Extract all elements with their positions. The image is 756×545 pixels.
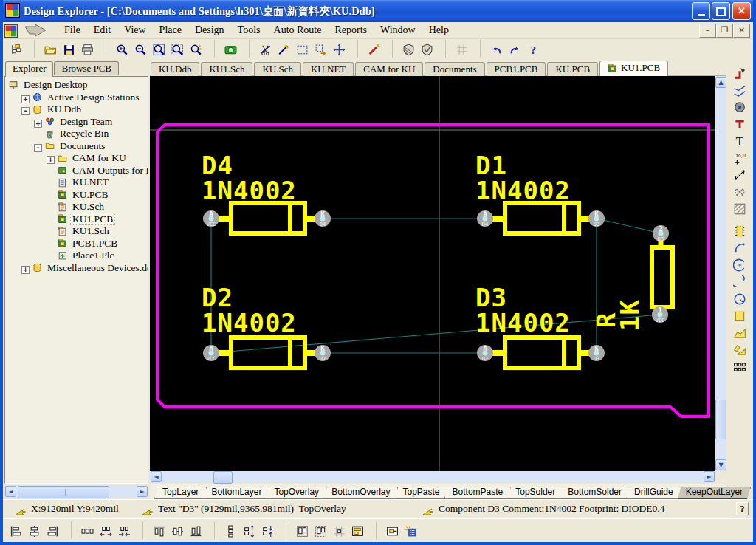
design-manager-arrow-icon[interactable] xyxy=(22,23,55,38)
component-R[interactable]: R1K2D31VCC xyxy=(591,224,673,331)
select-area-button[interactable] xyxy=(293,40,312,58)
comment-label[interactable]: 1K xyxy=(615,299,645,331)
close-button[interactable]: ✕ xyxy=(732,2,751,20)
layer-tab-topsolder[interactable]: TopSolder xyxy=(507,487,563,499)
component-D1[interactable]: D11N4002AD4KD3 xyxy=(475,151,605,233)
child-minimize-button[interactable]: – xyxy=(699,24,716,38)
scrollbar-thumb[interactable] xyxy=(213,471,233,484)
align-right-button[interactable] xyxy=(44,521,62,539)
tab-browse-pcb[interactable]: Browse PCB xyxy=(54,61,119,75)
tree-item[interactable]: KU1.PCB xyxy=(5,213,148,226)
polygon-plane-button[interactable] xyxy=(729,324,750,340)
component-D3[interactable]: D31N4002AD2KD3 xyxy=(475,283,605,368)
tree-item[interactable]: +Design Team xyxy=(5,116,148,128)
tree-item[interactable]: Design Desktop xyxy=(5,79,148,92)
zoom-document-button[interactable] xyxy=(168,40,187,58)
menu-auto-route[interactable]: Auto Route xyxy=(267,23,329,38)
help-button[interactable]: ? xyxy=(524,40,543,58)
pcb-editor-canvas[interactable]: D41N4002AVCCKD4D11N4002AD4KD3D21N4002AVC… xyxy=(150,76,715,471)
space-increase-h-button[interactable] xyxy=(97,521,115,539)
document-tab-documents[interactable]: Documents xyxy=(425,62,484,77)
space-equal-v-button[interactable] xyxy=(221,521,240,539)
tree-item[interactable]: PCB1.PCB xyxy=(5,238,148,250)
space-equal-h-button[interactable] xyxy=(78,521,97,539)
dimension-button[interactable] xyxy=(729,166,750,182)
expand-toggle-icon[interactable]: + xyxy=(34,120,42,128)
layer-tab-drillguide[interactable]: DrillGuide xyxy=(626,487,681,499)
comment-label[interactable]: 1N4002 xyxy=(475,308,571,337)
drc-online-button[interactable] xyxy=(399,40,418,58)
arc-edge-button[interactable] xyxy=(729,239,750,256)
tab-explorer[interactable]: Explorer xyxy=(5,61,53,77)
collapse-toggle-icon[interactable]: - xyxy=(34,144,42,152)
document-system-icon[interactable] xyxy=(4,24,18,38)
tree-item[interactable]: CAM Outputs for KU xyxy=(5,165,148,177)
child-close-button[interactable]: × xyxy=(733,24,750,38)
comment-label[interactable]: 1N4002 xyxy=(202,308,297,337)
title-bar[interactable]: Design Explorer - [C:\Documents and Sett… xyxy=(0,0,756,22)
document-tab-ku1-sch[interactable]: KU1.Sch xyxy=(201,62,252,77)
tree-item[interactable]: +Miscellaneous Devices.ddb xyxy=(5,262,148,275)
sidebar-horizontal-scrollbar[interactable]: ◄ ► xyxy=(4,485,148,498)
menu-window[interactable]: Window xyxy=(374,23,422,38)
expand-toggle-icon[interactable]: + xyxy=(21,266,30,274)
snap-to-grid-button[interactable] xyxy=(330,521,348,539)
component-socket-button[interactable] xyxy=(383,521,402,539)
zoom-in-button[interactable] xyxy=(113,40,131,58)
collapse-toggle-icon[interactable]: - xyxy=(21,107,30,115)
scroll-right-icon[interactable]: ► xyxy=(137,486,148,497)
tree-item[interactable]: -Documents xyxy=(5,140,148,153)
menu-design[interactable]: Design xyxy=(188,23,231,38)
layer-tab-toplayer[interactable]: TopLayer xyxy=(154,487,207,499)
align-center-h-button[interactable] xyxy=(25,521,44,539)
menu-tools[interactable]: Tools xyxy=(231,23,267,38)
component-body[interactable] xyxy=(505,337,579,368)
rect-fill-button[interactable] xyxy=(729,307,750,323)
component-button[interactable] xyxy=(729,222,750,239)
align-left-button[interactable] xyxy=(7,521,25,539)
context-help-button[interactable]: ? xyxy=(736,502,749,515)
component-body[interactable] xyxy=(231,337,305,368)
keepout-outline[interactable] xyxy=(157,125,709,417)
layer-tab-topoverlay[interactable]: TopOverlay xyxy=(266,487,327,499)
zoom-out-button[interactable] xyxy=(131,40,150,58)
layer-tab-keepoutlayer[interactable]: KeepOutLayer xyxy=(678,487,751,499)
capture-button[interactable] xyxy=(221,40,240,58)
layer-tab-bottompaste[interactable]: BottomPaste xyxy=(444,487,512,499)
tree-item[interactable]: KU.PCB xyxy=(5,189,148,202)
space-decrease-h-button[interactable] xyxy=(115,521,134,539)
menu-reports[interactable]: Reports xyxy=(328,23,374,38)
menu-place[interactable]: Place xyxy=(153,23,188,38)
space-decrease-v-button[interactable] xyxy=(258,521,277,539)
via-button[interactable] xyxy=(729,115,750,131)
child-restore-button[interactable]: ❐ xyxy=(716,24,733,38)
document-tab-ku1-pcb[interactable]: KU1.PCB xyxy=(599,61,668,77)
comment-label[interactable]: 1N4002 xyxy=(202,176,297,205)
move-objects-button[interactable] xyxy=(312,40,330,58)
menu-help[interactable]: Help xyxy=(422,23,456,38)
component-body[interactable] xyxy=(505,203,579,233)
wire-cut-button[interactable] xyxy=(256,40,275,58)
component-D4[interactable]: D41N4002AVCCKD4 xyxy=(202,151,331,233)
document-tab-ku-ddb[interactable]: KU.Ddb xyxy=(151,62,199,77)
fill-button[interactable] xyxy=(729,200,750,216)
wizard-button[interactable] xyxy=(365,40,383,58)
scrollbar-thumb[interactable] xyxy=(18,486,109,498)
scroll-right-icon[interactable]: ► xyxy=(704,471,715,482)
tree-item[interactable]: +Active Design Stations xyxy=(5,92,148,104)
undo-button[interactable] xyxy=(487,40,506,58)
tree-item[interactable]: KU.NET xyxy=(5,176,148,189)
tree-item[interactable]: Recycle Bin xyxy=(5,128,148,140)
room-button[interactable] xyxy=(729,183,750,199)
redo-button[interactable] xyxy=(506,40,524,58)
tree-item[interactable]: KU1.Sch xyxy=(5,225,148,238)
save-button[interactable] xyxy=(60,40,78,58)
tree-item[interactable]: Place1.Plc xyxy=(5,250,148,262)
split-plane-button[interactable] xyxy=(729,341,750,357)
tree-item[interactable]: +CAM for KU xyxy=(5,152,148,165)
line-button[interactable] xyxy=(275,40,293,58)
document-tab-ku-sch[interactable]: KU.Sch xyxy=(254,62,301,77)
tree-item[interactable]: -KU.Ddb xyxy=(5,103,148,116)
align-middle-button[interactable] xyxy=(168,521,187,539)
align-room-button[interactable] xyxy=(348,521,367,539)
